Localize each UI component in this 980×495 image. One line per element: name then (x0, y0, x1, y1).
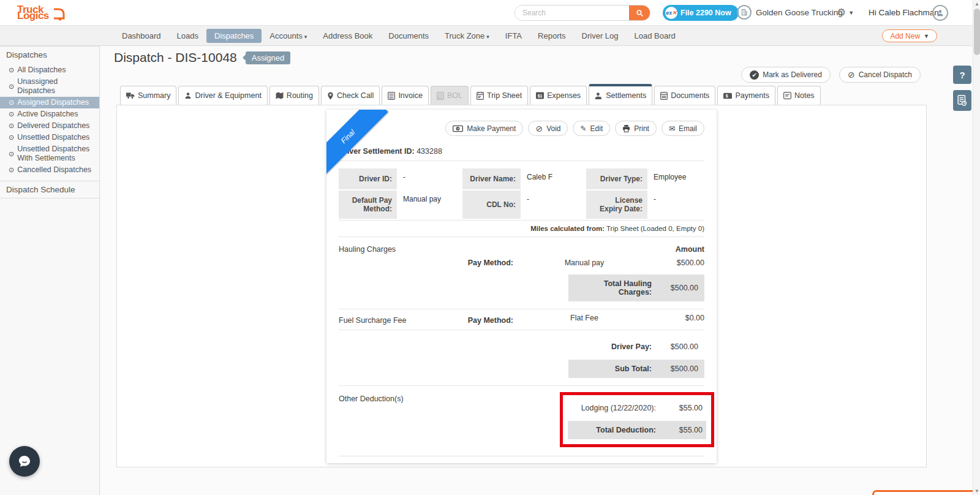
sidebar-item-dispatch-schedule[interactable]: Dispatch Schedule (0, 181, 99, 198)
tab-documents[interactable]: Documents (654, 86, 715, 105)
lodging-label: Lodging (12/22/2020): (571, 404, 665, 412)
email-button[interactable]: ✉ Email (662, 121, 704, 136)
invoice-icon: INV (388, 92, 395, 100)
license-expiry-label: License Expiry Date: (586, 191, 647, 219)
notes-icon (783, 92, 791, 99)
target-icon: ⊙ (9, 165, 14, 175)
sidebar-item-all-dispatches[interactable]: ⊙All Dispatches (0, 64, 99, 76)
search-icon (636, 9, 644, 17)
total-hauling-label: Total Hauling Charges: (575, 279, 660, 297)
target-icon: ⊙ (9, 98, 14, 107)
sidebar-item-delivered-dispatches[interactable]: ⊙Delivered Dispatches (0, 120, 99, 132)
main-navbar: Dashboard Loads Dispatches Accounts▾ Add… (0, 26, 980, 46)
sidebar-item-unsettled-dispatches[interactable]: ⊙Unsettled Dispatches (0, 132, 99, 143)
driver-info-table: Driver ID: - Driver Name: Caleb F Driver… (339, 168, 704, 219)
help-button[interactable]: ? (953, 66, 971, 84)
svg-text:$: $ (457, 126, 459, 130)
tab-settlements[interactable]: $ Settlements (589, 84, 652, 105)
driver-pay-label: Driver Pay: (575, 342, 660, 351)
nav-item-reports[interactable]: Reports (530, 29, 574, 43)
activity-log-button[interactable] (953, 90, 971, 111)
nav-item-truck-zone[interactable]: Truck Zone▾ (437, 29, 497, 43)
expenses-icon: $1 (536, 92, 544, 99)
truck-icon (126, 92, 135, 99)
settlements-icon: $ (595, 92, 603, 100)
tab-expenses[interactable]: $1 Expenses (530, 86, 587, 105)
cdl-no-value: - (522, 191, 585, 219)
lodging-amount: $55.00 (665, 404, 703, 412)
company-menu[interactable]: Golden Goose Trucking (737, 5, 843, 20)
tab-payments[interactable]: $ Payments (717, 86, 775, 105)
tab-summary[interactable]: Summary (120, 86, 176, 105)
global-search (514, 5, 650, 21)
chat-button[interactable] (9, 446, 40, 477)
truck-cab-icon (53, 7, 65, 21)
user-avatar-icon[interactable] (932, 5, 948, 21)
nav-items: Dashboard Loads Dispatches Accounts▾ Add… (114, 29, 684, 43)
trucklogics-logo[interactable]: Truck Logics (17, 6, 65, 20)
make-payment-button[interactable]: $ Make Payment (445, 121, 523, 136)
total-deduction-amount: $55.00 (665, 426, 703, 434)
svg-text:$: $ (600, 96, 601, 99)
tab-routing[interactable]: Routing (270, 86, 319, 105)
fuel-surcharge-title: Fuel Surcharge Fee (339, 316, 443, 325)
sidebar-item-cancelled-dispatches[interactable]: ⊙Cancelled Dispatches (0, 164, 99, 176)
sidebar-item-unassigned-dispatches[interactable]: ⊙Unassigned Dispatches (0, 76, 99, 97)
vertical-scrollbar[interactable]: ▲ ▼ (973, 0, 980, 495)
nav-item-driver-log[interactable]: Driver Log (574, 29, 627, 43)
express-ex-icon: ex✕ (665, 7, 677, 19)
nav-item-loads[interactable]: Loads (169, 29, 206, 43)
sidebar-item-active-dispatches[interactable]: ⊙Active Dispatches (0, 108, 99, 120)
tab-trip-sheet[interactable]: Trip Sheet (470, 86, 528, 105)
main-content: Dispatch - DIS-10048 Assigned ✔ Mark as … (100, 46, 973, 495)
question-mark-icon: ? (959, 70, 965, 80)
driver-settlement-id: Driver Settlement ID: 433288 (339, 147, 704, 161)
hauling-pay-method-value: Manual pay (513, 259, 655, 267)
driver-pay-row: Driver Pay: $500.00 (568, 338, 704, 356)
sidebar-items: ⊙All Dispatches ⊙Unassigned Dispatches ⊙… (0, 63, 99, 181)
driver-icon (184, 92, 192, 99)
void-button[interactable]: ⊘ Void (528, 121, 568, 136)
nav-item-accounts[interactable]: Accounts▾ (262, 29, 315, 43)
sidebar-item-unsettled-with-settlements[interactable]: ⊙Unsettled Dispatches With Settlements (0, 143, 99, 164)
scroll-down-arrow[interactable]: ▼ (973, 488, 980, 494)
other-deductions-section: Other Deduction(s) Lodging (12/22/2020):… (339, 392, 704, 447)
cancel-dispatch-button[interactable]: ⊘ Cancel Dispatch (839, 67, 921, 83)
nav-item-dashboard[interactable]: Dashboard (114, 29, 169, 43)
nav-item-address-book[interactable]: Address Book (315, 29, 380, 43)
chevron-down-icon: ▼ (924, 33, 929, 39)
document-clock-icon (957, 95, 967, 106)
svg-text:$1: $1 (538, 94, 543, 99)
tab-invoice[interactable]: INV Invoice (382, 86, 429, 105)
total-deduction-row: Total Deduction: $55.00 (568, 421, 706, 439)
mark-as-delivered-button[interactable]: ✔ Mark as Delivered (741, 67, 831, 83)
print-button[interactable]: Print (615, 121, 657, 136)
search-input[interactable] (515, 6, 629, 20)
target-icon: ⊙ (9, 121, 14, 130)
user-greeting: Hi Caleb Flachman (869, 8, 939, 17)
file-2290-button[interactable]: ex✕ File 2290 Now (663, 5, 739, 21)
top-header: Truck Logics ex✕ File 2290 Now Golden Go… (0, 0, 980, 26)
miles-label: Miles calculated from: (530, 225, 605, 232)
hauling-pay-row: Pay Method: Manual pay $500.00 (339, 259, 704, 267)
hauling-pay-method-label: Pay Method: (443, 259, 513, 267)
scroll-up-arrow[interactable]: ▲ (973, 1, 980, 7)
edit-button[interactable]: ✎ Edit (573, 121, 610, 136)
other-deductions-title: Other Deduction(s) (339, 392, 404, 447)
amount-header: Amount (676, 245, 704, 254)
settings-menu[interactable]: ⚙ ▼ (837, 6, 854, 19)
nav-item-dispatches[interactable]: Dispatches (206, 29, 262, 43)
nav-item-load-board[interactable]: Load Board (627, 29, 684, 43)
tab-notes[interactable]: Notes (777, 86, 821, 105)
target-icon: ⊙ (9, 133, 14, 142)
sidebar-item-assigned-dispatches[interactable]: ⊙Assigned Dispatches (0, 97, 99, 108)
nav-item-ifta[interactable]: IFTA (497, 29, 530, 43)
tab-check-call[interactable]: Check Call (321, 86, 380, 105)
scrollbar-thumb[interactable] (974, 9, 980, 55)
search-button[interactable] (629, 6, 650, 20)
nav-item-documents[interactable]: Documents (380, 29, 437, 43)
add-new-button[interactable]: Add New▼ (882, 29, 937, 42)
tab-driver-equipment[interactable]: Driver & Equipment (178, 86, 267, 105)
total-deduction-label: Total Deduction: (571, 426, 665, 434)
driver-id-value: - (398, 168, 461, 189)
